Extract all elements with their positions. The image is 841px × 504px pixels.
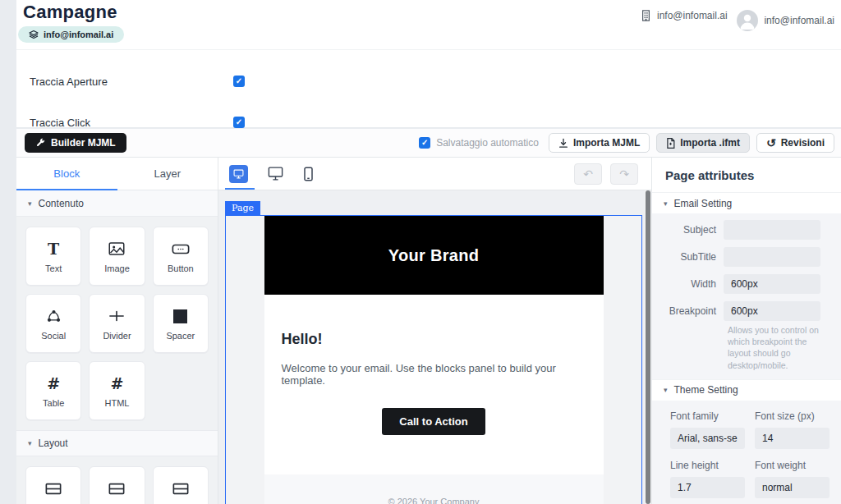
canvas-toolbar: ↶ ↷: [218, 158, 651, 190]
autosave-control: ✓ Salvataggio automatico: [419, 137, 539, 149]
mobile-icon[interactable]: [303, 167, 314, 181]
email-document: Your Brand Hello! Welcome to your email.…: [264, 216, 604, 504]
tracking-click-label: Traccia Click: [30, 117, 233, 129]
revisions-label: Revisioni: [781, 137, 825, 149]
font-family-input[interactable]: [670, 428, 745, 449]
tracking-open-checkbox[interactable]: ✓: [233, 76, 245, 87]
block-image[interactable]: Image: [89, 227, 145, 286]
sidebar-tabbar: Block Layer: [16, 158, 218, 190]
block-social[interactable]: Social: [25, 294, 81, 353]
desktop-icon[interactable]: [268, 167, 283, 181]
attributes-panel: Page attributes ▾ Email Setting Subject …: [651, 158, 841, 504]
builder-mjml-button[interactable]: Builder MJML: [25, 133, 126, 153]
breakpoint-label: Breakpoint: [652, 305, 716, 317]
block-spacer[interactable]: Spacer: [153, 294, 209, 353]
breakpoint-input[interactable]: [724, 301, 820, 321]
canvas-scrollbar: [645, 190, 651, 504]
block-1-colonna[interactable]: 1 Colonna: [25, 466, 81, 504]
email-footer-text: © 2026 Your Company: [388, 497, 480, 504]
block-button[interactable]: Button: [153, 227, 209, 286]
block-html[interactable]: # HTML: [89, 361, 145, 420]
section-email-setting[interactable]: ▾ Email Setting: [652, 192, 841, 213]
tracking-settings: Traccia Aperture ✓ Traccia Click ✓: [16, 49, 841, 128]
email-greeting[interactable]: Hello!: [282, 331, 586, 348]
content-blocks-grid: T Text Image Button: [16, 217, 218, 430]
builder-mjml-label: Builder MJML: [51, 137, 116, 149]
block-text[interactable]: T Text: [25, 227, 81, 286]
page-title: Campagne: [23, 2, 117, 23]
chevron-down-icon: ▾: [664, 386, 668, 394]
button-icon: [172, 239, 190, 259]
section-contenuto-label: Contenuto: [39, 198, 84, 209]
font-family-label: Font family: [670, 410, 745, 422]
subject-input[interactable]: [724, 220, 820, 240]
email-header-block[interactable]: Your Brand: [264, 216, 604, 295]
image-icon: [108, 239, 125, 259]
account-user[interactable]: info@infomail.ai: [737, 10, 834, 31]
tracking-open-label: Traccia Aperture: [30, 76, 233, 88]
width-input[interactable]: [724, 274, 820, 294]
tracking-open-row: Traccia Aperture ✓: [16, 65, 841, 98]
column-icon: [45, 479, 62, 498]
section-contenuto[interactable]: ▾ Contenuto: [16, 190, 218, 217]
email-setting-label: Email Setting: [674, 198, 733, 209]
canvas-scrollbar-thumb[interactable]: [646, 190, 650, 504]
builder-toolbar: Builder MJML ✓ Salvataggio automatico Im…: [16, 129, 841, 158]
attributes-title: Page attributes: [652, 158, 841, 192]
table-icon: #: [47, 373, 60, 393]
account-company-label: info@infomail.ai: [657, 10, 728, 21]
font-size-input[interactable]: [755, 428, 830, 449]
cta-button[interactable]: Call to Action: [382, 408, 485, 435]
theme-setting-label: Theme Setting: [674, 384, 738, 396]
subtitle-input[interactable]: [724, 247, 820, 267]
builder-icon: [35, 138, 45, 148]
email-setting-body: Subject SubTitle Width Breakpoint Allows…: [652, 213, 841, 379]
chevron-down-icon: ▾: [28, 199, 32, 208]
section-layout[interactable]: ▾ Layout: [16, 430, 218, 456]
subtitle-label: SubTitle: [652, 251, 716, 263]
font-weight-label: Font weight: [755, 460, 830, 471]
account-user-label: info@infomail.ai: [764, 15, 834, 26]
block-divider[interactable]: Divider: [89, 294, 145, 353]
desktop-edit-icon[interactable]: [229, 165, 248, 183]
editor-canvas: ↶ ↷ Page Your Brand Hello! Welcome to yo…: [218, 158, 651, 504]
spacer-icon: [173, 306, 187, 326]
import-ifmt-button[interactable]: Importa .ifmt: [656, 133, 750, 153]
email-paragraph[interactable]: Welcome to your email. Use the blocks pa…: [282, 362, 586, 387]
email-body-block[interactable]: Hello! Welcome to your email. Use the bl…: [264, 295, 604, 474]
autosave-checkbox[interactable]: ✓: [419, 137, 430, 149]
sender-badge-label: info@infomail.ai: [44, 30, 113, 39]
line-height-input[interactable]: [670, 477, 745, 498]
section-theme-setting[interactable]: ▾ Theme Setting: [652, 379, 841, 401]
theme-setting-body: Font family Font size (px) Line height F…: [652, 401, 841, 504]
avatar: [737, 10, 758, 31]
import-mjml-button[interactable]: Importa MJML: [549, 133, 650, 153]
file-download-icon: [558, 138, 568, 149]
sender-badge[interactable]: info@infomail.ai: [18, 26, 124, 43]
font-weight-input[interactable]: [755, 477, 830, 498]
redo-button[interactable]: ↷: [610, 163, 638, 185]
section-layout-label: Layout: [39, 438, 68, 449]
html-icon: #: [111, 373, 124, 393]
block-2-colonne[interactable]: 2 Colonne: [89, 466, 145, 504]
text-icon: T: [48, 239, 59, 259]
block-3-colonne[interactable]: 3 Colonne: [153, 466, 209, 504]
layers-icon: [29, 30, 39, 39]
email-selection-frame[interactable]: Your Brand Hello! Welcome to your email.…: [225, 215, 642, 504]
chevron-down-icon: ▾: [664, 199, 668, 208]
brand-header-text: Your Brand: [388, 246, 479, 265]
tracking-click-checkbox[interactable]: ✓: [233, 117, 245, 128]
tab-layer[interactable]: Layer: [117, 158, 218, 190]
blocks-sidebar: Block Layer ▾ Contenuto T Text Image: [16, 158, 218, 504]
block-table[interactable]: # Table: [25, 361, 81, 420]
account-company[interactable]: info@infomail.ai: [641, 10, 728, 21]
width-label: Width: [652, 278, 716, 290]
page-tag[interactable]: Page: [225, 201, 260, 216]
active-device-indicator: [225, 188, 255, 190]
undo-button[interactable]: ↶: [574, 163, 602, 185]
subject-label: Subject: [652, 224, 716, 236]
line-height-label: Line height: [670, 460, 745, 471]
email-footer-block[interactable]: © 2026 Your Company: [264, 474, 604, 504]
revisions-button[interactable]: ↺ Revisioni: [756, 133, 834, 153]
tab-block[interactable]: Block: [16, 158, 117, 190]
